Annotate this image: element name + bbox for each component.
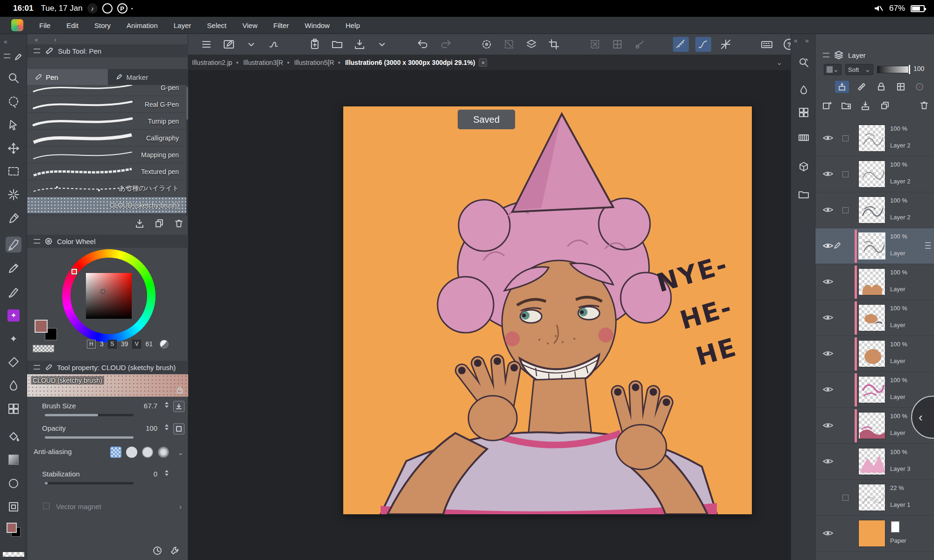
saturation-value[interactable]: 39 — [121, 340, 128, 348]
brush-size-value[interactable]: 67.7 — [144, 402, 157, 410]
deselect-icon[interactable] — [501, 37, 517, 52]
material-folder-palette-icon[interactable] — [798, 189, 810, 201]
layer-visibility-eye-icon[interactable] — [823, 530, 833, 538]
mesh-transform-icon[interactable] — [609, 37, 625, 52]
crop-icon[interactable] — [546, 37, 562, 52]
stabilization-stepper[interactable] — [165, 470, 169, 476]
lock-icon[interactable] — [176, 386, 184, 394]
layer-row-1[interactable]: 100 % Layer 2 — [815, 156, 934, 192]
layer-thumbnail[interactable] — [858, 484, 885, 511]
snap-ruler-icon[interactable] — [673, 37, 689, 52]
panel-menu-icon[interactable] — [34, 49, 40, 53]
airbrush-tool[interactable]: ✦ — [6, 308, 21, 323]
menu-animation[interactable]: Animation — [127, 21, 158, 29]
tab-pen[interactable]: Pen — [27, 69, 108, 85]
shortcut-keyboard-icon[interactable] — [759, 37, 775, 52]
color-mode-toggle-icon[interactable] — [160, 340, 169, 349]
gradient-tool[interactable] — [6, 452, 21, 468]
collapse-right-icon[interactable]: « — [794, 37, 798, 44]
layer-visibility-eye-icon[interactable] — [823, 242, 833, 251]
menu-layer[interactable]: Layer — [174, 21, 191, 29]
timeline-palette-icon[interactable] — [798, 132, 810, 144]
anti-aliasing-weak-button[interactable] — [126, 447, 137, 458]
opacity-stepper[interactable] — [165, 424, 169, 430]
transform-icon[interactable] — [587, 37, 603, 52]
zoom-tool[interactable] — [6, 70, 21, 86]
duplicate-brush-icon[interactable] — [154, 218, 164, 229]
snap-vanishing-point-icon[interactable] — [718, 37, 734, 52]
hue-value[interactable]: 3 — [100, 340, 104, 348]
expand-right-icon[interactable]: » — [805, 37, 809, 44]
foreground-color-swatch[interactable] — [35, 320, 48, 333]
toolstrip-menu-icon[interactable] — [4, 54, 10, 58]
layer-row-0[interactable]: 100 % Layer 2 — [815, 120, 934, 156]
layer-row-3-selected[interactable]: 100 % Layer — [815, 228, 934, 264]
move-tool[interactable] — [6, 140, 21, 156]
brush-item-mapping-pen[interactable]: Mapping pen — [27, 147, 186, 163]
value-value[interactable]: 61 — [145, 340, 153, 348]
tab-marker[interactable]: Marker — [108, 69, 189, 85]
anti-aliasing-none-button[interactable] — [110, 447, 121, 458]
opacity-slider[interactable] — [45, 436, 134, 439]
gradient-bucket-tool[interactable] — [6, 428, 21, 444]
vector-magnet-expand-icon[interactable]: › — [179, 503, 182, 511]
toolstrip-edit-icon[interactable] — [14, 53, 22, 61]
saturation-value-square[interactable] — [86, 273, 132, 319]
menu-file[interactable]: File — [39, 21, 50, 29]
hue-marker[interactable] — [71, 269, 77, 274]
opacity-option-button[interactable] — [173, 423, 184, 434]
delete-brush-icon[interactable] — [174, 218, 184, 229]
menu-window[interactable]: Window — [305, 21, 330, 29]
panel-back-icon[interactable]: ‹ — [54, 36, 57, 43]
close-tab-icon[interactable]: × — [479, 58, 487, 67]
pencil-tool[interactable] — [6, 260, 21, 276]
figure-tool[interactable] — [6, 476, 21, 491]
pen-tool[interactable] — [6, 237, 21, 252]
import-brush-icon[interactable] — [134, 218, 145, 229]
set-as-reference-icon[interactable] — [913, 81, 927, 93]
marquee-select-tool[interactable] — [6, 163, 21, 179]
paste-icon[interactable] — [307, 37, 323, 52]
tab-list-chevron-icon[interactable]: ⌄ — [776, 58, 782, 67]
layer-visibility-eye-icon[interactable] — [823, 386, 833, 394]
undo-icon[interactable] — [415, 37, 431, 52]
brush-size-slider[interactable] — [45, 414, 134, 416]
layer-row-10-hidden[interactable]: 22 % Layer 1 — [815, 480, 934, 516]
open-file-icon[interactable] — [329, 37, 345, 52]
main-color-swatch[interactable] — [6, 522, 21, 538]
doc-tab-illustration3[interactable]: Illustration3[R● — [243, 59, 290, 66]
operation-tool[interactable] — [6, 117, 21, 133]
layer-visibility-eye-icon[interactable] — [823, 458, 833, 466]
layer-row-2[interactable]: 100 % Layer 2 — [815, 192, 934, 228]
history-icon[interactable] — [152, 546, 163, 556]
blend-tool[interactable] — [6, 378, 21, 393]
clip-to-layer-below-icon[interactable] — [835, 81, 849, 93]
blend-thumbnail-combo[interactable]: ⌄ — [824, 64, 842, 75]
special-selection-icon[interactable] — [479, 37, 495, 52]
anti-aliasing-chevron-icon[interactable]: ⌄ — [177, 448, 184, 457]
menu-edit[interactable]: Edit — [66, 21, 78, 29]
layer-thumbnail[interactable] — [858, 304, 885, 331]
blend-mode-combo[interactable]: Soft⌄ — [845, 64, 873, 75]
layer-thumbnail[interactable] — [858, 268, 885, 295]
layer-thumbnail[interactable] — [858, 412, 885, 439]
command-menu-icon[interactable] — [198, 37, 214, 52]
color-panel-menu-icon[interactable] — [34, 239, 40, 244]
layer-mask-icon[interactable] — [898, 99, 912, 112]
doc-tab-illustration6-active[interactable]: Illustration6 (3000 x 3000px 300dpi 29.1… — [345, 58, 488, 67]
new-folder-icon[interactable] — [839, 99, 853, 112]
frame-border-tool[interactable] — [6, 499, 21, 515]
decoration-tool[interactable]: ✦ — [6, 331, 21, 347]
menu-filter[interactable]: Filter — [273, 21, 289, 29]
transfer-to-layer-icon[interactable] — [858, 99, 872, 112]
select-from-layer-icon[interactable] — [524, 37, 539, 52]
layer-row-9[interactable]: 100 % Layer 3 — [815, 444, 934, 480]
layer-thumbnail[interactable] — [858, 161, 885, 188]
collapse-left-icon[interactable]: « — [4, 38, 7, 45]
layer-visibility-eye-icon[interactable] — [823, 314, 833, 322]
gesture-icon[interactable] — [266, 37, 282, 52]
doc-tab-illustration2[interactable]: Illustration2.jp● — [192, 59, 239, 66]
color-wheel[interactable] — [62, 249, 156, 343]
color-set-palette-icon[interactable] — [798, 106, 810, 119]
canvas-menu-chevron-icon[interactable] — [243, 37, 259, 52]
